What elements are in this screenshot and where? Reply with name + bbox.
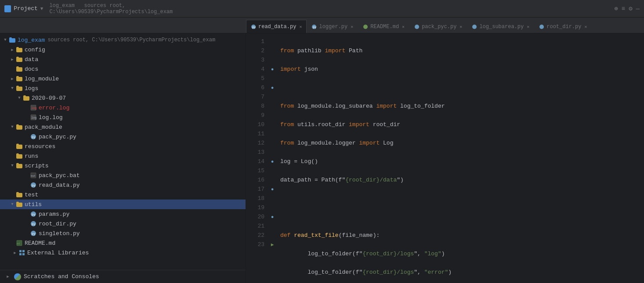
scratches-consoles[interactable]: ▶ Scratches and Consoles bbox=[0, 270, 246, 283]
svg-point-11 bbox=[472, 25, 477, 29]
tab-close-root-dir[interactable]: ✕ bbox=[584, 24, 587, 29]
svg-text:py: py bbox=[32, 184, 35, 187]
gutter-12 bbox=[268, 138, 277, 148]
test-label: test bbox=[25, 192, 38, 198]
tab-log-subarea[interactable]: log_subarea.py ✕ bbox=[467, 20, 534, 33]
tab-pack-pyc[interactable]: pack_pyc.py ✕ bbox=[409, 20, 467, 33]
svg-rect-1 bbox=[5, 6, 7, 8]
settings-icon[interactable]: ⚙ bbox=[629, 5, 632, 12]
tree-utils[interactable]: ▼ utils bbox=[0, 200, 246, 209]
tree-pack-module[interactable]: ▼ pack_module bbox=[0, 122, 246, 132]
tab-readme[interactable]: README.md ✕ bbox=[358, 20, 409, 33]
svg-point-10 bbox=[415, 25, 419, 29]
gutter-21 bbox=[268, 221, 277, 231]
code-line-10 bbox=[280, 212, 644, 221]
svg-rect-2 bbox=[8, 6, 11, 8]
gutter-19 bbox=[268, 203, 277, 212]
project-path: log_exam sources root, C:\Users\90539\Py… bbox=[49, 3, 242, 15]
params-py-icon: py bbox=[30, 210, 37, 218]
tree-pack-bat[interactable]: ▶ bat pack_pyc.bat bbox=[0, 171, 246, 180]
svg-text:log: log bbox=[31, 106, 36, 110]
tree-test[interactable]: ▶ test bbox=[0, 190, 246, 200]
svg-text:py: py bbox=[313, 25, 316, 29]
tree-root[interactable]: ▼ log_exam sources root, C:\Users\90539\… bbox=[0, 35, 246, 45]
tree-read-data-scripts[interactable]: ▶ py read_data.py bbox=[0, 180, 246, 190]
tab-logger[interactable]: py logger.py ✕ bbox=[307, 20, 358, 33]
tab-close-readme[interactable]: ✕ bbox=[402, 24, 405, 29]
code-line-4: from log_module.log_subarea import log_t… bbox=[280, 102, 644, 111]
log-log-icon: log bbox=[30, 114, 37, 121]
project-title[interactable]: Project bbox=[14, 5, 38, 12]
gutter-15 bbox=[268, 166, 277, 175]
config-arrow: ▶ bbox=[9, 46, 16, 53]
tree-params[interactable]: ▶ py params.py bbox=[0, 209, 246, 219]
scripts-folder-icon bbox=[16, 162, 23, 169]
tab-close-pack-pyc[interactable]: ✕ bbox=[459, 24, 462, 29]
project-icon bbox=[4, 5, 11, 12]
tree-log-log[interactable]: ▶ log log.log bbox=[0, 112, 246, 122]
svg-text:log: log bbox=[31, 116, 36, 120]
gutter-7 bbox=[268, 92, 277, 102]
title-bar: Project ▼ log_exam sources root, C:\User… bbox=[0, 0, 644, 18]
svg-rect-3 bbox=[5, 9, 7, 11]
tree-runs[interactable]: ▶ runs bbox=[0, 151, 246, 161]
test-folder-icon bbox=[16, 191, 23, 198]
tab-close-read-data[interactable]: ✕ bbox=[299, 24, 302, 29]
logs-folder-icon bbox=[16, 85, 23, 92]
tree-date-folder[interactable]: ▼ 2020-09-07 bbox=[0, 93, 246, 103]
gutter-8 bbox=[268, 102, 277, 111]
gutter-20: ● bbox=[268, 212, 277, 221]
tab-label-readme: README.md bbox=[370, 24, 399, 30]
gutter-17: ● bbox=[268, 185, 277, 194]
data-folder-icon bbox=[16, 56, 23, 63]
code-content[interactable]: from pathlib import Path import json fro… bbox=[277, 33, 644, 283]
tree-readme[interactable]: ▶ md README.md bbox=[0, 238, 246, 248]
tree-docs[interactable]: ▶ docs bbox=[0, 64, 246, 74]
tab-root-dir[interactable]: root_dir.py ✕ bbox=[534, 20, 592, 33]
svg-rect-32 bbox=[22, 250, 25, 252]
code-line-7: log = Log() bbox=[280, 157, 644, 166]
singleton-label: singleton.py bbox=[39, 230, 80, 237]
tree-logs[interactable]: ▼ logs bbox=[0, 83, 246, 93]
tree-pack-pyc[interactable]: ▶ py pack_pyc.py bbox=[0, 132, 246, 142]
earth-icon[interactable]: ⊕ bbox=[614, 5, 618, 12]
tree-scripts[interactable]: ▼ scripts bbox=[0, 161, 246, 171]
gutter-6: ● bbox=[268, 83, 277, 92]
sidebar-tree: ▼ log_exam sources root, C:\Users\90539\… bbox=[0, 33, 246, 270]
svg-text:md: md bbox=[17, 242, 20, 245]
gutter-16 bbox=[268, 175, 277, 185]
pack-module-folder-icon bbox=[16, 123, 23, 131]
scripts-label: scripts bbox=[25, 163, 49, 169]
code-body: 12345 678910 1112131415 1617181920 21222… bbox=[246, 33, 644, 283]
line-numbers: 12345 678910 1112131415 1617181920 21222… bbox=[246, 33, 268, 283]
log-module-arrow: ▶ bbox=[9, 75, 16, 82]
tree-config[interactable]: ▶ config bbox=[0, 45, 246, 54]
tab-bar: py read_data.py ✕ py logger.py ✕ README.… bbox=[0, 18, 644, 33]
code-line-9 bbox=[280, 194, 644, 203]
gutter-11 bbox=[268, 129, 277, 138]
singleton-py-icon: py bbox=[30, 230, 37, 237]
tree-root-dir[interactable]: ▶ py root_dir.py bbox=[0, 219, 246, 229]
docs-label: docs bbox=[25, 66, 38, 73]
read-data-py-icon: py bbox=[30, 181, 37, 189]
tree-error-log[interactable]: ▶ log error.log bbox=[0, 103, 246, 112]
svg-rect-31 bbox=[19, 250, 22, 252]
tab-close-logger[interactable]: ✕ bbox=[351, 24, 353, 29]
tree-data[interactable]: ▶ data bbox=[0, 54, 246, 64]
tab-close-log-subarea[interactable]: ✕ bbox=[527, 24, 529, 29]
gutter-23[interactable]: ▶ bbox=[268, 240, 277, 249]
tree-log-module[interactable]: ▶ log_module bbox=[0, 74, 246, 83]
svg-text:py: py bbox=[32, 222, 35, 226]
params-label: params.py bbox=[39, 211, 69, 218]
ext-libs-label: External Libraries bbox=[27, 250, 89, 256]
tree-resources[interactable]: ▶ resources bbox=[0, 142, 246, 151]
code-line-8: data_path = Path(f"{root_dir}/data") bbox=[280, 175, 644, 185]
project-dropdown-icon[interactable]: ▼ bbox=[40, 6, 43, 11]
tree-external-libs[interactable]: ▶ External Libraries bbox=[0, 248, 246, 258]
menu-icon[interactable]: ≡ bbox=[622, 5, 625, 12]
tab-read-data[interactable]: py read_data.py ✕ bbox=[246, 20, 307, 33]
minimize-icon[interactable]: — bbox=[636, 5, 640, 12]
svg-point-9 bbox=[363, 25, 368, 29]
tree-singleton[interactable]: ▶ py singleton.py bbox=[0, 229, 246, 238]
root-folder-icon bbox=[9, 36, 16, 44]
